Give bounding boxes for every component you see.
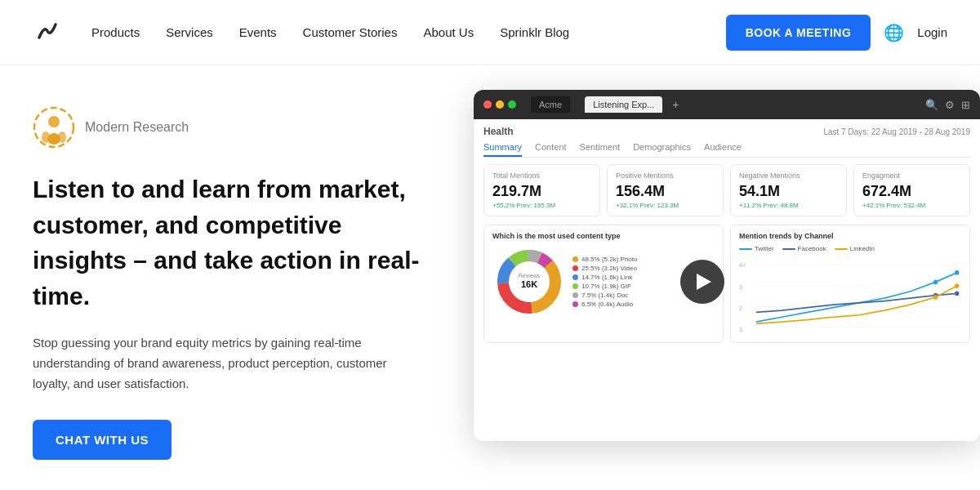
hero-headline: Listen to and learn from market, custome…	[33, 172, 441, 314]
settings-icon[interactable]: ⚙	[945, 99, 955, 111]
db-health-label: Health	[483, 126, 514, 137]
db-tab-summary[interactable]: Summary	[483, 142, 522, 157]
play-button[interactable]	[680, 260, 724, 304]
play-icon	[697, 274, 711, 290]
legend-dot-doc	[572, 292, 578, 298]
metric-cards: Total Mentions 219.7M +55.2% Prev: 165.3…	[483, 164, 970, 216]
nav-products[interactable]: Products	[91, 25, 140, 39]
nav-events[interactable]: Events	[239, 25, 277, 39]
badge: Modern Research	[33, 106, 441, 149]
legend-label-facebook: Facebook	[798, 245, 826, 252]
db-topbar: Health Last 7 Days: 22 Aug 2019 - 28 Aug…	[483, 126, 970, 137]
donut-chart: Reviews 16K	[492, 245, 566, 318]
legend-link: 14.7% (1.6k) Link	[572, 274, 637, 281]
bottom-panels: Which is the most used content type	[483, 225, 970, 343]
db-tab-sentiment[interactable]: Sentiment	[580, 142, 621, 157]
badge-label: Modern Research	[85, 120, 189, 135]
legend-linkedin: LinkedIn	[835, 245, 875, 252]
legend-label-audio: 6.5% (0.4k) Audio	[581, 301, 633, 308]
legend-label-twitter: Twitter	[755, 245, 774, 252]
metric-value-1: 156.4M	[616, 183, 715, 200]
svg-point-1	[48, 116, 60, 127]
svg-point-25	[955, 291, 959, 296]
db-tab-content[interactable]: Content	[535, 142, 567, 157]
legend-video: 25.5% (3.2k) Video	[572, 265, 637, 272]
legend-gif: 10.7% (1.9k) GIF	[572, 283, 637, 290]
svg-point-22	[933, 280, 938, 285]
db-tab-audience[interactable]: Audience	[704, 142, 742, 157]
nav-about-us[interactable]: About Us	[423, 25, 474, 39]
left-panel: Modern Research Listen to and learn from…	[33, 98, 441, 460]
dashboard-frame: Acme Listening Exp... + 🔍 ⚙ ⊞ Health Las…	[474, 90, 980, 441]
dashboard-body: Health Last 7 Days: 22 Aug 2019 - 28 Aug…	[474, 119, 980, 441]
svg-text:1: 1	[739, 325, 742, 332]
line-chart: 4+ 3 2 1	[739, 256, 961, 343]
browser-bar: Acme Listening Exp... + 🔍 ⚙ ⊞	[474, 90, 980, 119]
metric-negative-mentions: Negative Mentions 54.1M +11.2% Prev: 48.…	[730, 164, 847, 216]
browser-tab-1[interactable]: Acme	[531, 96, 570, 113]
navbar: Products Services Events Customer Storie…	[0, 0, 980, 65]
logo[interactable]	[33, 16, 62, 49]
legend-doc: 7.5% (1.4k) Doc	[572, 292, 637, 299]
svg-text:2: 2	[739, 305, 742, 312]
legend-audio: 6.5% (0.4k) Audio	[572, 301, 637, 308]
hero-subtext: Stop guessing your brand equity metrics …	[33, 333, 392, 394]
svg-text:16K: 16K	[521, 279, 537, 289]
browser-dots	[483, 100, 516, 109]
legend-dot-photo	[572, 256, 578, 262]
legend-line-linkedin	[835, 248, 848, 250]
donut-legend: 48.5% (5.2k) Photo 25.5% (3.2k) Video 14…	[572, 256, 637, 308]
globe-icon[interactable]: 🌐	[884, 23, 904, 42]
metric-change-1: +32.1% Prev: 123.3M	[616, 202, 715, 209]
browser-tab-2[interactable]: Listening Exp...	[585, 96, 662, 113]
metric-positive-mentions: Positive Mentions 156.4M +32.1% Prev: 12…	[607, 164, 724, 216]
svg-text:3: 3	[739, 283, 742, 290]
tab1-label: Acme	[539, 100, 562, 109]
metric-change-3: +42.1% Prev: 532.4M	[862, 202, 961, 209]
svg-point-23	[955, 270, 959, 275]
legend-dot-link	[572, 274, 578, 280]
metric-value-3: 672.4M	[862, 183, 961, 200]
dot-red	[483, 100, 492, 109]
metric-engagement: Engagment 672.4M +42.1% Prev: 532.4M	[853, 164, 970, 216]
nav-right: BOOK A MEETING 🌐 Login	[726, 15, 947, 51]
content-panel-title: Which is the most used content type	[492, 232, 715, 240]
search-icon[interactable]: 🔍	[925, 99, 938, 111]
metric-change-2: +11.2% Prev: 48.8M	[739, 202, 838, 209]
db-tab-demographics[interactable]: Demographics	[633, 142, 691, 157]
metric-change-0: +55.2% Prev: 165.3M	[492, 202, 591, 209]
nav-customer-stories[interactable]: Customer Stories	[303, 25, 398, 39]
legend-twitter: Twitter	[739, 245, 774, 252]
svg-point-27	[955, 283, 959, 288]
chart-legend: Twitter Facebook LinkedIn	[739, 245, 961, 252]
db-date-range: Last 7 Days: 22 Aug 2019 - 28 Aug 2019	[823, 127, 970, 136]
legend-dot-audio	[572, 301, 578, 307]
svg-point-4	[47, 133, 60, 145]
svg-text:4+: 4+	[739, 261, 746, 269]
metric-title-1: Positive Mentions	[616, 172, 715, 180]
db-tabs: Summary Content Sentiment Demographics A…	[483, 142, 970, 158]
dashboard-area: Acme Listening Exp... + 🔍 ⚙ ⊞ Health Las…	[474, 90, 980, 441]
metric-total-mentions: Total Mentions 219.7M +55.2% Prev: 165.3…	[483, 164, 600, 216]
nav-blog[interactable]: Sprinklr Blog	[500, 25, 569, 39]
legend-label-gif: 10.7% (1.9k) GIF	[581, 283, 631, 290]
metric-title-3: Engagment	[862, 172, 961, 180]
metric-value-0: 219.7M	[492, 183, 591, 200]
svg-point-26	[933, 295, 938, 300]
book-meeting-button[interactable]: BOOK A MEETING	[726, 15, 871, 51]
legend-line-facebook	[782, 248, 795, 250]
nav-services[interactable]: Services	[166, 25, 213, 39]
new-tab-button[interactable]: +	[672, 98, 679, 111]
dot-yellow	[496, 100, 504, 109]
legend-facebook: Facebook	[782, 245, 826, 252]
chat-with-us-button[interactable]: CHAT WITH US	[33, 420, 172, 460]
legend-photo: 48.5% (5.2k) Photo	[572, 256, 637, 263]
legend-label-link: 14.7% (1.6k) Link	[581, 274, 632, 281]
svg-text:Reviews: Reviews	[519, 273, 541, 278]
nav-links: Products Services Events Customer Storie…	[91, 25, 726, 39]
metric-title-0: Total Mentions	[492, 172, 591, 180]
legend-label-linkedin: LinkedIn	[850, 245, 875, 252]
trend-panel-title: Mention trends by Channel	[739, 232, 961, 240]
login-link[interactable]: Login	[917, 25, 947, 39]
grid-icon[interactable]: ⊞	[961, 99, 970, 111]
